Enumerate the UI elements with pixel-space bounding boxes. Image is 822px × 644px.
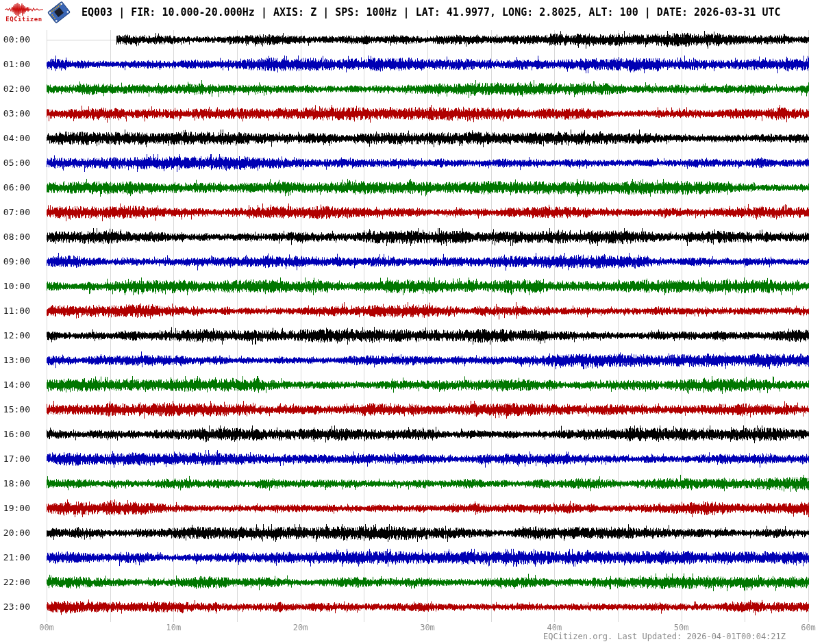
helicorder-canvas xyxy=(0,0,822,644)
time-label-0000: 00:00 xyxy=(0,34,30,45)
minute-label-10m: 10m xyxy=(153,623,194,632)
time-label-1600: 16:00 xyxy=(0,429,30,439)
time-label-2200: 22:00 xyxy=(0,577,30,587)
time-label-0100: 01:00 xyxy=(0,59,30,69)
minute-label-30m: 30m xyxy=(407,623,448,632)
time-label-1200: 12:00 xyxy=(0,330,30,340)
time-label-1900: 19:00 xyxy=(0,503,30,513)
time-label-2100: 21:00 xyxy=(0,552,30,562)
time-label-0500: 05:00 xyxy=(0,158,30,168)
time-label-1300: 13:00 xyxy=(0,355,30,365)
logo-wordmark: EQCitizen xyxy=(5,16,42,23)
time-label-1100: 11:00 xyxy=(0,306,30,316)
time-label-2000: 20:00 xyxy=(0,528,30,538)
time-label-1000: 10:00 xyxy=(0,281,30,291)
sensor-board-icon xyxy=(45,1,73,23)
time-label-0400: 04:00 xyxy=(0,133,30,143)
time-label-0600: 06:00 xyxy=(0,182,30,193)
time-label-1700: 17:00 xyxy=(0,454,30,464)
time-label-1400: 14:00 xyxy=(0,380,30,390)
time-label-1500: 15:00 xyxy=(0,404,30,414)
minute-label-50m: 50m xyxy=(661,623,702,632)
seismic-waveform-logo-icon xyxy=(5,2,43,17)
minute-label-60m: 60m xyxy=(788,623,822,632)
minute-label-40m: 40m xyxy=(534,623,575,632)
last-updated-status: EQCitizen.org. Last Updated: 2026-04-01T… xyxy=(543,632,786,641)
time-label-0700: 07:00 xyxy=(0,207,30,217)
time-label-2300: 23:00 xyxy=(0,602,30,612)
time-label-1800: 18:00 xyxy=(0,478,30,488)
minute-label-20m: 20m xyxy=(280,623,321,632)
time-label-0800: 08:00 xyxy=(0,232,30,242)
time-label-0300: 03:00 xyxy=(0,108,30,119)
minute-label-00m: 00m xyxy=(26,623,67,632)
time-label-0200: 02:00 xyxy=(0,84,30,94)
time-label-0900: 09:00 xyxy=(0,256,30,267)
eqcitizen-logo[interactable]: EQCitizen xyxy=(4,2,44,24)
station-info-title: EQ003 | FIR: 10.000-20.000Hz | AXIS: Z |… xyxy=(82,6,780,18)
